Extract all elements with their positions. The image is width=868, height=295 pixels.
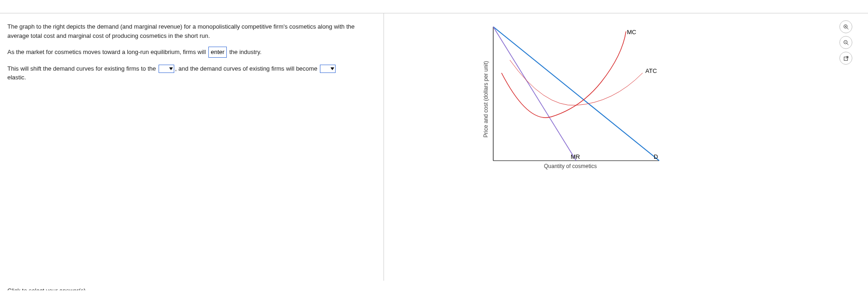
sentence3-pre: This will shift the demand curves for ex… — [7, 65, 156, 72]
chevron-down-icon — [169, 67, 173, 70]
graph-toolbar — [839, 20, 854, 65]
sentence3-mid: , and the demand curves of existing firm… — [175, 65, 318, 72]
zoom-out-button[interactable] — [839, 36, 852, 49]
question-paragraph-3: This will shift the demand curves for ex… — [7, 64, 376, 82]
footer-cutoff-text: Click to select your answer(s) — [7, 287, 86, 294]
label-mr: MR — [571, 153, 580, 160]
x-axis-label: Quantity of cosmetics — [544, 163, 597, 169]
zoom-in-icon — [843, 24, 850, 30]
zoom-in-button[interactable] — [839, 20, 852, 33]
question-paragraph-1: The graph to the right depicts the deman… — [7, 22, 376, 40]
curve-mc — [502, 31, 626, 118]
open-in-new-icon — [843, 55, 850, 62]
economics-chart: MC ATC MR D Quantity of cosmetics Price … — [475, 22, 668, 179]
question-text-pane: The graph to the right depicts the deman… — [7, 22, 376, 89]
label-mc: MC — [627, 29, 636, 36]
svg-line-7 — [847, 43, 848, 45]
chevron-down-icon — [331, 67, 334, 70]
pane-divider — [384, 13, 384, 281]
top-divider — [0, 13, 868, 13]
dropdown-shift-direction[interactable] — [159, 65, 174, 73]
label-d: D — [654, 153, 658, 160]
label-atc: ATC — [645, 67, 657, 74]
zoom-out-icon — [843, 39, 850, 46]
curve-atc — [510, 60, 643, 105]
answer-blank-1[interactable]: enter — [208, 47, 227, 58]
dropdown-elasticity-change[interactable] — [320, 65, 336, 73]
curve-mr — [493, 27, 576, 161]
y-axis-label: Price and cost (dollars per unit) — [483, 61, 489, 138]
sentence2-pre: As the market for cosmetics moves toward… — [7, 48, 206, 55]
curve-d — [493, 27, 659, 161]
sentence2-post: the industry. — [229, 48, 261, 55]
question-paragraph-2: As the market for cosmetics moves toward… — [7, 47, 376, 58]
sentence3-post: elastic. — [7, 74, 26, 81]
open-new-window-button[interactable] — [839, 52, 852, 65]
svg-line-3 — [847, 28, 848, 29]
